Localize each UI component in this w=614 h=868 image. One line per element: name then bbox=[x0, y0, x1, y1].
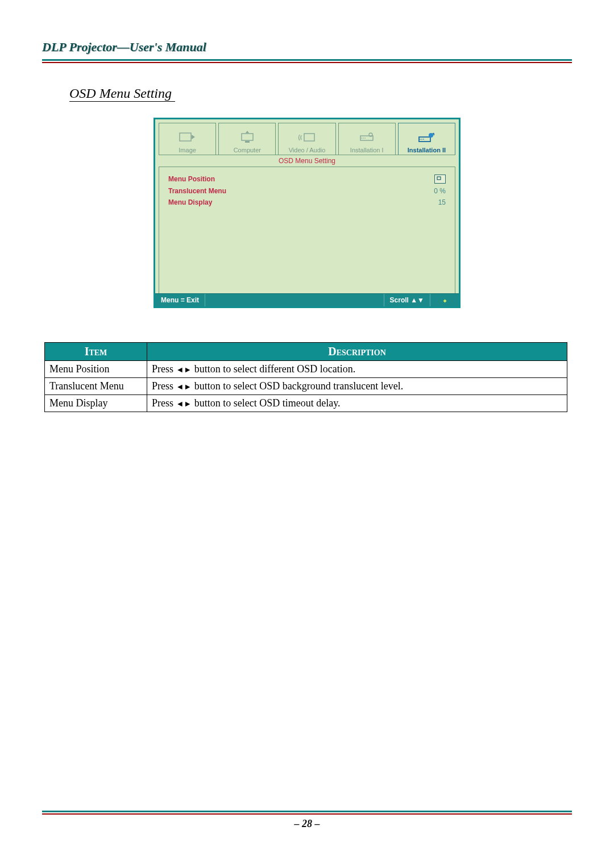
osd-row-label: Menu Position bbox=[168, 175, 215, 183]
cell-description: Press ◄► button to select different OSD … bbox=[147, 361, 567, 378]
osd-row-menu-display: Menu Display 15 bbox=[168, 197, 446, 208]
osd-screenshot: Image Computer Video / Audio Installatio… bbox=[154, 118, 460, 308]
cell-description: Press ◄► button to select OSD timeout de… bbox=[147, 395, 567, 412]
osd-tab-label: Video / Audio bbox=[289, 147, 326, 153]
svg-rect-16 bbox=[437, 177, 441, 180]
osd-tab-installation-1: Installation I bbox=[338, 123, 396, 155]
svg-rect-2 bbox=[242, 134, 253, 140]
left-right-arrows-icon: ◄► bbox=[176, 383, 192, 391]
osd-row-value: 15 bbox=[438, 198, 446, 206]
osd-row-menu-position: Menu Position bbox=[168, 173, 446, 185]
header-title: DLP Projector—User's Manual bbox=[42, 40, 572, 58]
video-audio-icon bbox=[297, 130, 317, 145]
osd-footer-hint: ⬥ bbox=[430, 294, 459, 306]
osd-tab-video-audio: Video / Audio bbox=[278, 123, 335, 155]
menu-position-icon bbox=[434, 175, 446, 184]
svg-marker-4 bbox=[246, 131, 249, 133]
osd-tab-installation-2: Installation II bbox=[398, 123, 455, 155]
osd-row-label: Translucent Menu bbox=[168, 187, 226, 195]
page-number: – 28 – bbox=[42, 818, 572, 830]
svg-rect-5 bbox=[304, 134, 314, 141]
table-row: Menu Display Press ◄► button to select O… bbox=[45, 395, 567, 412]
osd-tab-label: Installation II bbox=[408, 147, 446, 153]
osd-tab-bar: Image Computer Video / Audio Installatio… bbox=[155, 119, 459, 155]
osd-tab-label: Computer bbox=[234, 147, 261, 153]
osd-row-label: Menu Display bbox=[168, 198, 212, 206]
osd-tab-image: Image bbox=[159, 123, 216, 155]
left-right-arrows-icon: ◄► bbox=[176, 366, 192, 374]
osd-footer-spacer bbox=[205, 294, 384, 306]
svg-point-12 bbox=[429, 133, 433, 138]
footer-rule-red bbox=[42, 813, 572, 815]
installation2-icon bbox=[417, 130, 436, 145]
osd-tab-label: Installation I bbox=[350, 147, 384, 153]
osd-footer-right: Scroll ▲▼ bbox=[384, 294, 430, 306]
osd-row-value: 0 % bbox=[434, 187, 446, 195]
footer-rule-teal bbox=[42, 811, 572, 812]
svg-rect-0 bbox=[180, 133, 191, 141]
cell-item: Menu Position bbox=[45, 361, 147, 378]
computer-icon bbox=[238, 130, 257, 145]
svg-rect-3 bbox=[245, 141, 250, 143]
osd-footer: Menu = Exit Scroll ▲▼ ⬥ bbox=[155, 293, 459, 306]
cell-item: Translucent Menu bbox=[45, 378, 147, 395]
image-icon bbox=[178, 130, 197, 145]
table-row: Menu Position Press ◄► button to select … bbox=[45, 361, 567, 378]
osd-body: Menu Position Translucent Menu 0 % Menu … bbox=[159, 167, 455, 293]
osd-tab-label: Image bbox=[179, 147, 196, 153]
cell-item: Menu Display bbox=[45, 395, 147, 412]
osd-subtitle: OSD Menu Setting bbox=[159, 155, 455, 167]
header-rule-red bbox=[42, 62, 572, 63]
th-description: Description bbox=[147, 343, 567, 361]
osd-tab-computer: Computer bbox=[218, 123, 276, 155]
installation1-icon bbox=[357, 130, 376, 145]
svg-marker-1 bbox=[192, 135, 195, 139]
left-right-arrows-icon: ◄► bbox=[176, 400, 192, 408]
osd-row-translucent-menu: Translucent Menu 0 % bbox=[168, 185, 446, 197]
svg-rect-11 bbox=[419, 137, 430, 142]
section-title: OSD Menu Setting bbox=[69, 86, 175, 102]
osd-footer-left: Menu = Exit bbox=[155, 294, 205, 306]
description-table: Item Description Menu Position Press ◄► … bbox=[44, 342, 567, 412]
page-header: DLP Projector—User's Manual bbox=[42, 40, 572, 63]
header-rule-teal bbox=[42, 59, 572, 61]
th-item: Item bbox=[45, 343, 147, 361]
cell-description: Press ◄► button to select OSD background… bbox=[147, 378, 567, 395]
table-row: Translucent Menu Press ◄► button to sele… bbox=[45, 378, 567, 395]
page-footer: – 28 – bbox=[42, 811, 572, 830]
